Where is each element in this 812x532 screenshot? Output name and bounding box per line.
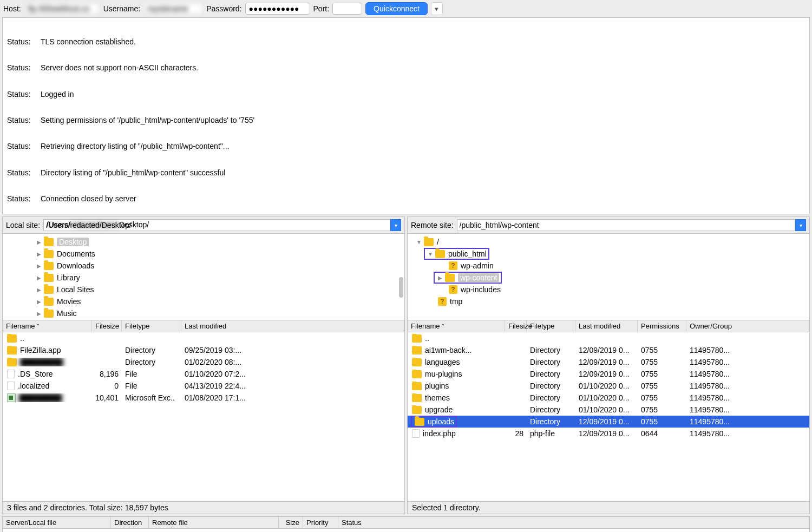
tree-item-documents[interactable]: ▶Documents — [3, 248, 404, 260]
username-input[interactable] — [143, 3, 203, 15]
folder-icon — [412, 358, 422, 366]
quickconnect-button[interactable]: Quickconnect — [365, 2, 428, 15]
tree-item-tmp[interactable]: ?tmp — [408, 295, 809, 307]
folder-icon — [412, 406, 422, 414]
sort-asc-icon: ⌃ — [441, 323, 445, 329]
column-permissions[interactable]: Permissions — [638, 320, 686, 332]
transfer-queue-pane[interactable]: Server/Local file Direction Remote file … — [2, 516, 810, 532]
log-label: Status: — [7, 37, 41, 46]
log-label: Status: — [7, 63, 41, 72]
tree-item-movies[interactable]: ▶Movies — [3, 295, 404, 307]
disclosure-triangle-icon[interactable]: ▶ — [35, 239, 43, 245]
host-input[interactable] — [24, 3, 100, 15]
column-filetype[interactable]: Filetype — [122, 320, 181, 332]
tree-item-root[interactable]: ▼/ — [408, 236, 809, 248]
column-filesize[interactable]: Filesize — [92, 320, 122, 332]
excel-file-icon — [7, 393, 16, 402]
list-item[interactable]: ai1wm-back...Directory12/09/2019 0...075… — [408, 344, 809, 356]
folder-icon — [412, 346, 422, 354]
folder-icon — [44, 238, 54, 246]
tree-item-wp-includes[interactable]: ?wp-includes — [408, 284, 809, 295]
tree-item-library[interactable]: ▶Library — [3, 272, 404, 284]
unknown-folder-icon: ? — [449, 261, 457, 270]
port-input[interactable] — [332, 3, 362, 15]
column-filename[interactable]: Filename⌃ — [408, 320, 505, 332]
column-filesize[interactable]: Filesize — [505, 320, 527, 332]
list-item[interactable]: .. — [408, 332, 809, 344]
quickconnect-history-dropdown[interactable]: ▾ — [431, 2, 443, 15]
remote-path-combo[interactable]: ▾ — [457, 219, 806, 231]
column-size[interactable]: Size — [279, 517, 303, 528]
disclosure-triangle-icon[interactable]: ▼ — [427, 251, 434, 257]
username-label: Username: — [103, 4, 140, 13]
chevron-down-icon[interactable]: ▾ — [795, 219, 806, 231]
folder-icon — [44, 298, 54, 306]
log-label: Status: — [7, 116, 41, 124]
column-lastmodified[interactable]: Last modified — [181, 320, 404, 332]
disclosure-triangle-icon[interactable]: ▶ — [436, 275, 444, 281]
parent-folder-icon — [7, 334, 17, 343]
log-label: Status: — [7, 90, 41, 98]
column-filename[interactable]: Filename⌃ — [3, 320, 92, 332]
folder-icon — [44, 310, 54, 318]
log-message: Directory listing of "/public_html/wp-co… — [41, 168, 225, 177]
column-direction[interactable]: Direction — [111, 517, 149, 528]
file-icon — [7, 370, 15, 378]
local-path-input[interactable] — [43, 219, 390, 231]
list-item[interactable]: themesDirectory01/10/2020 0...0755114957… — [408, 392, 809, 404]
list-item[interactable]: ████████10,401Microsoft Exc..01/08/2020 … — [3, 392, 404, 404]
column-filetype[interactable]: Filetype — [527, 320, 575, 332]
remote-path-input[interactable] — [457, 219, 795, 231]
folder-icon — [424, 238, 434, 246]
local-file-list[interactable]: ..FileZilla.appDirectory09/25/2019 03:..… — [3, 332, 404, 501]
disclosure-triangle-icon[interactable]: ▶ — [35, 311, 43, 317]
list-item[interactable]: index.php28php-file12/09/2019 0...064411… — [408, 428, 809, 439]
tree-item-public-html[interactable]: ▼public_html — [408, 248, 809, 260]
tree-item-desktop[interactable]: ▶Desktop — [3, 236, 404, 248]
folder-icon — [435, 250, 445, 258]
password-input[interactable] — [245, 3, 310, 15]
list-item[interactable]: .. — [3, 332, 404, 344]
chevron-down-icon[interactable]: ▾ — [390, 219, 401, 231]
list-item[interactable]: languagesDirectory12/09/2019 0...0755114… — [408, 356, 809, 368]
list-item[interactable]: upgradeDirectory01/10/2020 0...075511495… — [408, 404, 809, 416]
remote-pane: Remote site: ▾ ▼/ ▼public_html ?wp-admin… — [407, 216, 810, 514]
tree-item-wp-admin[interactable]: ?wp-admin — [408, 260, 809, 272]
column-priority[interactable]: Priority — [303, 517, 338, 528]
sort-asc-icon: ⌃ — [36, 323, 40, 329]
remote-status-bar: Selected 1 directory. — [408, 501, 809, 514]
column-server-local-file[interactable]: Server/Local file — [3, 517, 111, 528]
column-remote-file[interactable]: Remote file — [149, 517, 279, 528]
local-path-combo[interactable]: /Users/redactednameDesktop/ ▾ — [43, 219, 401, 231]
disclosure-triangle-icon[interactable]: ▶ — [35, 263, 43, 269]
message-log[interactable]: Status:TLS connection established. Statu… — [2, 17, 810, 214]
chevron-down-icon: ▾ — [435, 5, 438, 13]
list-item[interactable]: ████████Directory01/02/2020 08:... — [3, 356, 404, 368]
remote-tree[interactable]: ▼/ ▼public_html ?wp-admin ▶wp-content ?w… — [408, 234, 809, 320]
tree-item-localsites[interactable]: ▶Local Sites — [3, 284, 404, 295]
column-status[interactable]: Status — [338, 517, 809, 528]
quickconnect-toolbar: Host: Username: Password: Port: Quickcon… — [0, 0, 812, 17]
list-item[interactable]: pluginsDirectory01/10/2020 0...075511495… — [408, 380, 809, 392]
list-item[interactable]: FileZilla.appDirectory09/25/2019 03:... — [3, 344, 404, 356]
tree-item-downloads[interactable]: ▶Downloads — [3, 260, 404, 272]
list-item[interactable]: .DS_Store8,196File01/10/2020 07:2... — [3, 368, 404, 380]
column-owner-group[interactable]: Owner/Group — [686, 320, 809, 332]
disclosure-triangle-icon[interactable]: ▶ — [35, 287, 43, 293]
local-status-bar: 3 files and 2 directories. Total size: 1… — [3, 501, 404, 514]
list-item[interactable]: mu-pluginsDirectory12/09/2019 0...075511… — [408, 368, 809, 380]
disclosure-triangle-icon[interactable]: ▶ — [35, 251, 43, 257]
disclosure-triangle-icon[interactable]: ▼ — [415, 239, 423, 245]
list-item[interactable]: .localized0File04/13/2019 22:4... — [3, 380, 404, 392]
tree-item-wp-content[interactable]: ▶wp-content — [408, 272, 809, 284]
local-pane: Local site: /Users/redactednameDesktop/ … — [2, 216, 405, 514]
local-tree[interactable]: ▶Desktop ▶Documents ▶Downloads ▶Library … — [3, 234, 404, 320]
column-lastmodified[interactable]: Last modified — [575, 320, 638, 332]
list-item[interactable]: uploadsDirectory12/09/2019 0...075511495… — [408, 416, 809, 428]
disclosure-triangle-icon[interactable]: ▶ — [35, 275, 43, 281]
tree-item-music[interactable]: ▶Music — [3, 307, 404, 319]
scrollbar-thumb[interactable] — [399, 277, 403, 298]
folder-icon — [412, 370, 422, 378]
disclosure-triangle-icon[interactable]: ▶ — [35, 299, 43, 305]
remote-file-list[interactable]: ..ai1wm-back...Directory12/09/2019 0...0… — [408, 332, 809, 501]
